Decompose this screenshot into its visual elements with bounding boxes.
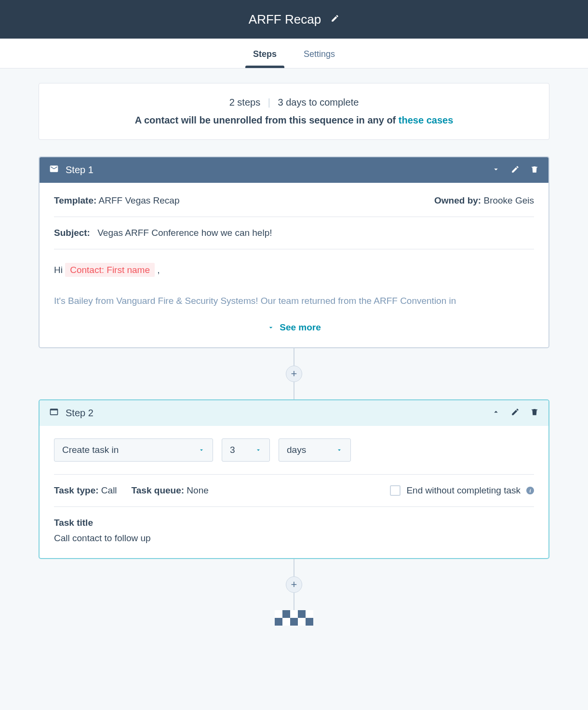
subject-value: Vegas ARFF Conference how we can help! bbox=[97, 228, 272, 238]
tab-bar: Steps Settings bbox=[0, 39, 588, 68]
task-title-label: Task title bbox=[54, 518, 534, 528]
task-queue-value: None bbox=[187, 485, 208, 495]
see-more-toggle[interactable]: See more bbox=[54, 322, 534, 333]
subject-label: Subject: bbox=[54, 228, 90, 238]
owned-by-label: Owned by: bbox=[434, 195, 481, 205]
template-label: Template: bbox=[54, 195, 96, 205]
template-value: ARFF Vegas Recap bbox=[99, 195, 180, 205]
contact-first-name-token[interactable]: Contact: First name bbox=[65, 263, 155, 277]
pencil-icon[interactable] bbox=[511, 408, 520, 418]
task-delay-number-select[interactable]: 3 bbox=[222, 438, 270, 462]
finish-flag-icon bbox=[275, 610, 313, 626]
summary-card: 2 steps | 3 days to complete A contact w… bbox=[39, 83, 549, 140]
end-without-completing-label: End without completing task bbox=[406, 485, 521, 496]
add-step-button[interactable]: + bbox=[286, 576, 302, 593]
task-type-value: Call bbox=[101, 485, 117, 495]
unenroll-text: A contact will be unenrolled from this s… bbox=[53, 115, 535, 126]
connector-1: + bbox=[39, 348, 549, 399]
chevron-up-icon[interactable] bbox=[492, 408, 500, 418]
step-2-label: Step 2 bbox=[66, 408, 94, 419]
chevron-down-icon[interactable] bbox=[492, 165, 500, 176]
days-to-complete: 3 days to complete bbox=[278, 97, 359, 108]
step-1-card: Step 1 Template: ARFF Vegas Recap Owned … bbox=[39, 156, 549, 348]
email-para2: It's Bailey from Vanguard Fire & Securit… bbox=[54, 294, 534, 308]
add-step-button[interactable]: + bbox=[286, 366, 302, 382]
owned-by-value: Brooke Geis bbox=[483, 195, 534, 205]
summary-line: 2 steps | 3 days to complete bbox=[53, 97, 535, 108]
header-bar: ARFF Recap bbox=[0, 0, 588, 39]
steps-count: 2 steps bbox=[229, 97, 260, 108]
divider: | bbox=[268, 97, 270, 108]
email-body: Hi Contact: First name , It's Bailey fro… bbox=[54, 249, 534, 309]
unenroll-link[interactable]: these cases bbox=[399, 115, 453, 125]
end-without-completing-checkbox[interactable] bbox=[390, 485, 401, 496]
task-icon bbox=[49, 407, 59, 419]
step-1-header: Step 1 bbox=[40, 157, 548, 183]
task-delay-unit-select[interactable]: days bbox=[279, 438, 351, 462]
task-queue-label: Task queue: bbox=[132, 485, 184, 495]
pencil-icon[interactable] bbox=[511, 165, 520, 176]
step-2-header: Step 2 bbox=[40, 400, 548, 426]
email-icon bbox=[49, 164, 59, 176]
task-title-value: Call contact to follow up bbox=[54, 533, 534, 544]
step-2-card: Step 2 Create task in 3 days bbox=[39, 399, 549, 559]
trash-icon[interactable] bbox=[530, 408, 539, 418]
task-type-label: Task type: bbox=[54, 485, 99, 495]
tab-steps[interactable]: Steps bbox=[240, 39, 290, 68]
connector-2: + bbox=[39, 559, 549, 610]
step-1-label: Step 1 bbox=[66, 164, 94, 176]
trash-icon[interactable] bbox=[530, 165, 539, 176]
pencil-icon[interactable] bbox=[331, 14, 339, 25]
info-icon[interactable]: i bbox=[526, 487, 534, 494]
page-title: ARFF Recap bbox=[249, 12, 321, 27]
tab-settings[interactable]: Settings bbox=[290, 39, 348, 68]
task-action-select[interactable]: Create task in bbox=[54, 438, 213, 462]
